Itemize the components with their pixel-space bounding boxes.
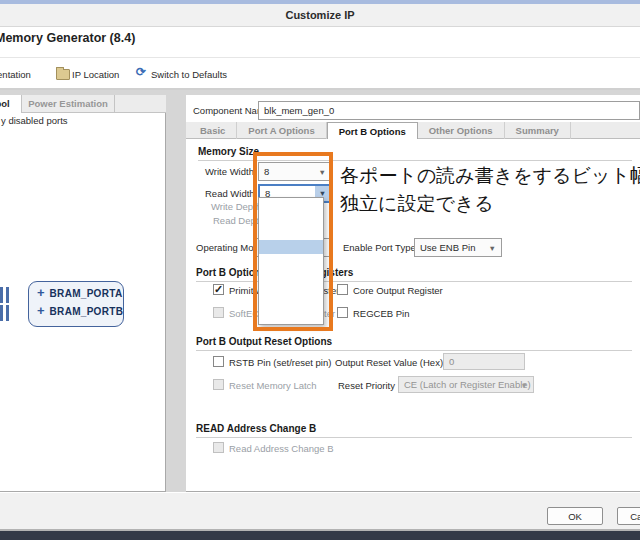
dialog-title: Customize IP bbox=[285, 9, 354, 21]
refresh-icon: ⟳ bbox=[136, 65, 146, 79]
output-reset-value-input: 0 bbox=[443, 353, 525, 370]
dialog-titlebar[interactable]: Customize IP bbox=[0, 4, 640, 27]
annotation-text-line2: 独立に設定できる bbox=[340, 189, 494, 217]
read-address-change-checkbox bbox=[213, 442, 224, 453]
chevron-down-icon: ▼ bbox=[489, 243, 496, 252]
reset-priority-label: Reset Priority bbox=[338, 380, 395, 391]
desktop-edge-bar bbox=[0, 531, 640, 540]
tab-summary[interactable]: Summary bbox=[505, 122, 571, 139]
gutter-vertical bbox=[166, 95, 186, 492]
read-address-change-label: Read Address Change B bbox=[229, 443, 334, 454]
enable-port-type-select[interactable]: Use ENB Pin ▼ bbox=[414, 238, 502, 257]
bram-porta-row[interactable]: + BRAM_PORTA bbox=[37, 287, 122, 299]
expand-plus-icon[interactable]: + bbox=[37, 287, 45, 299]
bram-portb-row[interactable]: + BRAM_PORTB bbox=[37, 305, 123, 317]
bram-porta-label: BRAM_PORTA bbox=[50, 288, 123, 299]
annotation-text-line1: 各ポートの読み書きをするビット幅は bbox=[340, 161, 640, 189]
options-tab-strip: Basic Port A Options Port B Options Othe… bbox=[186, 122, 640, 139]
read-width-label: Read Width bbox=[205, 188, 255, 199]
tab-other-options[interactable]: Other Options bbox=[418, 122, 505, 139]
port-b-reset-header: Port B Output Reset Options bbox=[196, 336, 632, 351]
header-separator bbox=[0, 57, 640, 58]
primitives-output-register-checkbox[interactable] bbox=[213, 284, 224, 295]
bus-stub bbox=[0, 305, 3, 321]
read-address-change-header: READ Address Change B bbox=[196, 423, 632, 438]
reset-memory-latch-label: Reset Memory Latch bbox=[229, 380, 317, 391]
show-disabled-ports-label[interactable]: y disabled ports bbox=[1, 115, 68, 126]
bram-portb-label: BRAM_PORTB bbox=[50, 306, 124, 317]
enable-port-type-label: Enable Port Type bbox=[343, 242, 416, 253]
annotation-highlight-box bbox=[253, 152, 333, 331]
core-output-register-checkbox[interactable] bbox=[337, 284, 348, 295]
ip-name-heading: Memory Generator (8.4) bbox=[0, 31, 135, 45]
tab-symbol[interactable]: Symbol bbox=[0, 95, 22, 113]
tab-port-a-options[interactable]: Port A Options bbox=[237, 122, 326, 139]
write-width-label: Write Width bbox=[205, 166, 254, 177]
documentation-button[interactable]: Documentation bbox=[0, 69, 31, 80]
ok-button[interactable]: OK bbox=[547, 507, 603, 525]
ip-location-button[interactable]: IP Location bbox=[72, 69, 119, 80]
enable-port-type-value: Use ENB Pin bbox=[420, 242, 475, 253]
bus-stub bbox=[6, 305, 9, 321]
regceb-pin-label: REGCEB Pin bbox=[353, 308, 410, 319]
dialog-footer bbox=[0, 493, 640, 529]
expand-plus-icon[interactable]: + bbox=[37, 305, 45, 317]
rstb-pin-label: RSTB Pin (set/reset pin) bbox=[229, 357, 331, 368]
reset-priority-select: CE (Latch or Register Enable) ▼ bbox=[398, 376, 534, 393]
core-output-register-label: Core Output Register bbox=[353, 285, 443, 296]
switch-to-defaults-button[interactable]: Switch to Defaults bbox=[151, 69, 227, 80]
bus-stub bbox=[0, 287, 3, 303]
output-reset-value-label: Output Reset Value (Hex) bbox=[335, 357, 443, 368]
chevron-down-icon: ▼ bbox=[521, 380, 528, 389]
tab-power-estimation[interactable]: Power Estimation bbox=[22, 95, 115, 113]
customize-ip-dialog: Customize IP Memory Generator (8.4) Docu… bbox=[0, 0, 640, 540]
softecc-output-register-checkbox bbox=[213, 307, 224, 318]
cancel-button[interactable]: Cancel bbox=[617, 507, 640, 525]
bram-symbol-block: + BRAM_PORTA + BRAM_PORTB bbox=[28, 281, 124, 327]
rstb-pin-checkbox[interactable] bbox=[213, 356, 224, 367]
tab-basic[interactable]: Basic bbox=[189, 122, 237, 139]
component-name-input[interactable]: blk_mem_gen_0 bbox=[258, 101, 640, 120]
bus-stub bbox=[6, 287, 9, 303]
tab-port-b-options[interactable]: Port B Options bbox=[327, 122, 418, 139]
reset-priority-value: CE (Latch or Register Enable) bbox=[404, 379, 531, 390]
folder-icon bbox=[56, 69, 70, 80]
regceb-pin-checkbox[interactable] bbox=[337, 307, 348, 318]
reset-memory-latch-checkbox bbox=[213, 379, 224, 390]
